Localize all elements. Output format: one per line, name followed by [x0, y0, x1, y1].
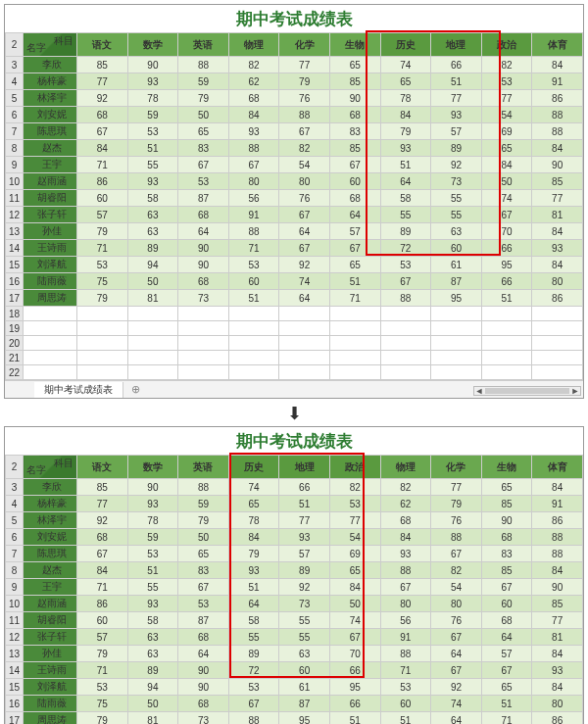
data-cell[interactable]: 84 — [532, 257, 583, 273]
name-cell[interactable]: 赵雨涵 — [24, 173, 77, 190]
empty-cell[interactable] — [329, 336, 380, 351]
data-cell[interactable]: 89 — [228, 646, 279, 662]
name-cell[interactable]: 刘泽航 — [24, 679, 77, 696]
data-cell[interactable]: 51 — [481, 696, 532, 712]
data-cell[interactable]: 84 — [380, 107, 431, 123]
data-cell[interactable]: 64 — [178, 646, 229, 662]
row-header[interactable]: 10 — [6, 173, 24, 190]
row-header[interactable]: 16 — [6, 273, 24, 290]
data-cell[interactable]: 82 — [279, 140, 330, 157]
data-cell[interactable]: 79 — [380, 123, 431, 140]
data-cell[interactable]: 57 — [279, 546, 330, 562]
empty-cell[interactable] — [178, 365, 229, 380]
data-cell[interactable]: 82 — [481, 57, 532, 73]
data-cell[interactable]: 83 — [178, 140, 229, 157]
data-cell[interactable]: 93 — [380, 546, 431, 562]
data-cell[interactable]: 81 — [532, 629, 583, 646]
name-cell[interactable]: 林泽宇 — [24, 512, 77, 529]
data-cell[interactable]: 60 — [77, 612, 128, 629]
data-cell[interactable]: 51 — [380, 712, 431, 725]
data-cell[interactable]: 89 — [279, 562, 330, 579]
data-cell[interactable]: 65 — [228, 496, 279, 512]
empty-cell[interactable] — [532, 336, 583, 351]
data-cell[interactable]: 92 — [279, 257, 330, 273]
empty-cell[interactable] — [329, 351, 380, 365]
empty-cell[interactable] — [24, 321, 77, 336]
data-cell[interactable]: 59 — [178, 73, 229, 90]
data-cell[interactable]: 67 — [380, 579, 431, 596]
data-cell[interactable]: 76 — [431, 512, 482, 529]
data-cell[interactable]: 88 — [228, 712, 279, 725]
data-cell[interactable]: 53 — [329, 496, 380, 512]
data-cell[interactable]: 56 — [380, 612, 431, 629]
data-cell[interactable]: 77 — [431, 90, 482, 107]
name-cell[interactable]: 刘泽航 — [24, 257, 77, 273]
data-cell[interactable]: 67 — [481, 207, 532, 223]
data-cell[interactable]: 67 — [279, 240, 330, 257]
data-cell[interactable]: 51 — [127, 562, 178, 579]
name-cell[interactable]: 王诗雨 — [24, 662, 77, 679]
empty-cell[interactable] — [481, 307, 532, 321]
name-cell[interactable]: 孙佳 — [24, 646, 77, 662]
data-cell[interactable]: 93 — [228, 123, 279, 140]
data-cell[interactable]: 63 — [127, 629, 178, 646]
data-cell[interactable]: 59 — [127, 529, 178, 546]
data-cell[interactable]: 58 — [380, 190, 431, 207]
row-header[interactable]: 16 — [6, 696, 24, 712]
data-cell[interactable]: 84 — [77, 140, 128, 157]
data-cell[interactable]: 67 — [481, 662, 532, 679]
row-header[interactable]: 13 — [6, 646, 24, 662]
data-cell[interactable]: 60 — [228, 273, 279, 290]
empty-cell[interactable] — [431, 307, 482, 321]
data-cell[interactable]: 80 — [380, 596, 431, 612]
data-cell[interactable]: 90 — [127, 479, 178, 496]
empty-cell[interactable] — [77, 307, 128, 321]
data-cell[interactable]: 78 — [127, 512, 178, 529]
empty-cell[interactable] — [532, 351, 583, 365]
data-cell[interactable]: 69 — [481, 123, 532, 140]
empty-cell[interactable] — [127, 365, 178, 380]
data-cell[interactable]: 64 — [431, 646, 482, 662]
data-cell[interactable]: 53 — [77, 679, 128, 696]
empty-cell[interactable] — [77, 365, 128, 380]
row-header[interactable]: 9 — [6, 157, 24, 173]
data-cell[interactable]: 73 — [431, 173, 482, 190]
data-cell[interactable]: 68 — [329, 107, 380, 123]
data-cell[interactable]: 50 — [127, 273, 178, 290]
data-cell[interactable]: 69 — [329, 546, 380, 562]
data-cell[interactable]: 55 — [380, 207, 431, 223]
data-cell[interactable]: 90 — [178, 257, 229, 273]
empty-cell[interactable] — [380, 336, 431, 351]
data-cell[interactable]: 88 — [431, 529, 482, 546]
name-cell[interactable]: 赵杰 — [24, 562, 77, 579]
row-header[interactable]: 4 — [6, 496, 24, 512]
data-cell[interactable]: 71 — [481, 712, 532, 725]
data-cell[interactable]: 86 — [77, 596, 128, 612]
column-header[interactable]: 生物 — [329, 33, 380, 57]
sheet-tab[interactable]: 期中考试成绩表 — [34, 382, 123, 398]
data-cell[interactable]: 53 — [77, 257, 128, 273]
data-cell[interactable]: 67 — [380, 273, 431, 290]
data-cell[interactable]: 57 — [77, 207, 128, 223]
data-cell[interactable]: 76 — [279, 90, 330, 107]
data-cell[interactable]: 68 — [329, 190, 380, 207]
data-cell[interactable]: 77 — [77, 73, 128, 90]
row-header[interactable]: 17 — [6, 712, 24, 725]
data-cell[interactable]: 64 — [380, 173, 431, 190]
data-cell[interactable]: 82 — [431, 562, 482, 579]
data-cell[interactable]: 90 — [178, 240, 229, 257]
data-cell[interactable]: 87 — [178, 612, 229, 629]
data-cell[interactable]: 67 — [279, 123, 330, 140]
data-cell[interactable]: 63 — [127, 207, 178, 223]
data-cell[interactable]: 88 — [380, 562, 431, 579]
data-cell[interactable]: 95 — [329, 679, 380, 696]
data-cell[interactable]: 66 — [431, 57, 482, 73]
data-cell[interactable]: 50 — [178, 529, 229, 546]
data-cell[interactable]: 84 — [228, 107, 279, 123]
data-cell[interactable]: 66 — [481, 240, 532, 257]
name-cell[interactable]: 陈思琪 — [24, 546, 77, 562]
data-cell[interactable]: 57 — [481, 646, 532, 662]
data-cell[interactable]: 67 — [77, 546, 128, 562]
data-cell[interactable]: 77 — [329, 512, 380, 529]
data-cell[interactable]: 90 — [532, 579, 583, 596]
